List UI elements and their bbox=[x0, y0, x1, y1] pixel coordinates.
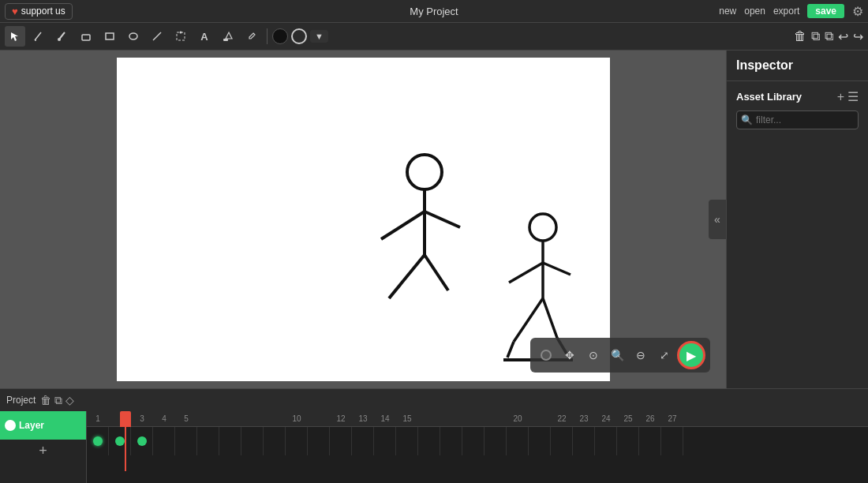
undo-button[interactable]: ↩ bbox=[838, 29, 848, 44]
eraser-tool-button[interactable] bbox=[76, 26, 96, 47]
frame-number-20: 20 bbox=[507, 414, 529, 423]
redo-button[interactable]: ↪ bbox=[853, 29, 863, 44]
frame-cell-18[interactable] bbox=[462, 427, 485, 455]
brush-tool-button[interactable] bbox=[52, 26, 73, 47]
add-asset-button[interactable]: + bbox=[837, 89, 844, 104]
pencil-tool-button[interactable] bbox=[28, 26, 49, 47]
copy-frame-button[interactable]: ⧉ bbox=[54, 394, 62, 407]
asset-filter-input[interactable] bbox=[736, 110, 859, 129]
timeline-top: Project 🗑 ⧉ ◇ bbox=[0, 389, 868, 411]
frame-cell-20[interactable] bbox=[507, 427, 529, 455]
frame-cell-2[interactable] bbox=[109, 427, 131, 455]
frame-number-26: 26 bbox=[639, 414, 661, 423]
frame-cell-16[interactable] bbox=[418, 427, 440, 455]
keyframe-dot-2 bbox=[115, 436, 125, 446]
delete-action-button[interactable]: 🗑 bbox=[794, 29, 806, 43]
color-fill-indicator[interactable] bbox=[272, 28, 288, 44]
frame-cell-7[interactable] bbox=[219, 427, 241, 455]
frame-cell-12[interactable] bbox=[330, 427, 352, 455]
save-button[interactable]: save bbox=[807, 4, 844, 18]
svg-line-14 bbox=[389, 255, 425, 298]
layer-row[interactable]: Layer bbox=[0, 411, 86, 440]
playhead-marker bbox=[120, 411, 131, 427]
svg-line-13 bbox=[425, 212, 460, 227]
frame-cell-14[interactable] bbox=[374, 427, 396, 455]
zoom-out-button[interactable]: ⊖ bbox=[630, 344, 652, 366]
keyframe-dot-3 bbox=[137, 436, 147, 446]
frame-cell-26[interactable] bbox=[639, 427, 661, 455]
layer-name: Layer bbox=[19, 420, 81, 431]
svg-line-0 bbox=[35, 32, 41, 40]
line-tool-button[interactable] bbox=[147, 26, 167, 47]
frame-cell-27[interactable] bbox=[661, 427, 683, 455]
layer-visibility-toggle[interactable] bbox=[5, 420, 16, 431]
duplicate-action-button[interactable]: ⧉ bbox=[811, 29, 820, 43]
asset-library-actions: + ☰ bbox=[837, 89, 859, 104]
move-canvas-button[interactable]: ✥ bbox=[559, 344, 581, 366]
settings-button[interactable]: ⚙ bbox=[852, 4, 863, 19]
fit-view-button[interactable]: ⤢ bbox=[653, 344, 675, 366]
copy-action-button[interactable]: ⧉ bbox=[825, 29, 833, 43]
canvas-svg bbox=[117, 58, 610, 381]
select-tool-button[interactable] bbox=[5, 26, 25, 47]
stroke-width-dropdown[interactable]: ▼ bbox=[315, 32, 324, 41]
frame-cell-19[interactable] bbox=[485, 427, 507, 455]
frame-number-23: 23 bbox=[573, 414, 595, 423]
frame-cell-6[interactable] bbox=[197, 427, 219, 455]
asset-menu-button[interactable]: ☰ bbox=[847, 89, 859, 104]
eyedropper-tool-button[interactable] bbox=[241, 26, 262, 47]
frames-row bbox=[87, 427, 868, 455]
frame-cell-3[interactable] bbox=[131, 427, 153, 455]
asset-library-header: Asset Library + ☰ bbox=[736, 89, 859, 104]
transform-tool-button[interactable] bbox=[170, 26, 191, 47]
frame-cell-8[interactable] bbox=[241, 427, 264, 455]
support-us-button[interactable]: ♥ support us bbox=[5, 3, 73, 20]
frame-cell-1[interactable] bbox=[87, 427, 109, 455]
frame-number-27: 27 bbox=[661, 414, 683, 423]
open-button[interactable]: open bbox=[744, 6, 765, 17]
frame-cell-15[interactable] bbox=[396, 427, 418, 455]
svg-line-19 bbox=[543, 263, 571, 275]
frame-cell-5[interactable] bbox=[175, 427, 197, 455]
layer-toggle-button[interactable] bbox=[535, 344, 557, 366]
svg-point-5 bbox=[129, 33, 137, 39]
export-button[interactable]: export bbox=[773, 6, 799, 17]
text-tool-button[interactable]: A bbox=[194, 26, 215, 47]
frame-cell-22[interactable] bbox=[551, 427, 573, 455]
frame-cell-9[interactable] bbox=[264, 427, 286, 455]
color-stroke-indicator[interactable] bbox=[291, 28, 307, 44]
keyframe-button[interactable]: ◇ bbox=[65, 394, 74, 406]
playhead bbox=[125, 427, 126, 471]
zoom-button[interactable]: 🔍 bbox=[606, 344, 628, 366]
frame-cell-21[interactable] bbox=[529, 427, 551, 455]
fill-tool-button[interactable] bbox=[218, 26, 238, 47]
frame-cell-24[interactable] bbox=[595, 427, 617, 455]
frame-cell-23[interactable] bbox=[573, 427, 595, 455]
frame-number-5: 5 bbox=[175, 414, 197, 423]
frame-cell-13[interactable] bbox=[352, 427, 374, 455]
rect-tool-button[interactable] bbox=[99, 26, 120, 47]
new-button[interactable]: new bbox=[719, 6, 736, 17]
svg-point-2 bbox=[58, 38, 61, 41]
inspector-panel: Inspector Asset Library + ☰ 🔍 bbox=[726, 51, 868, 388]
svg-point-16 bbox=[529, 214, 556, 241]
filter-search-icon: 🔍 bbox=[741, 114, 753, 125]
play-button[interactable]: ▶ bbox=[677, 341, 705, 369]
add-layer-button[interactable]: + bbox=[0, 440, 86, 462]
frame-cell-11[interactable] bbox=[308, 427, 330, 455]
frame-cell-10[interactable] bbox=[286, 427, 308, 455]
frame-cell-17[interactable] bbox=[440, 427, 462, 455]
collapse-panel-button[interactable]: « bbox=[709, 200, 726, 239]
frame-cell-4[interactable] bbox=[153, 427, 175, 455]
drawing-canvas[interactable] bbox=[117, 58, 610, 381]
delete-frame-button[interactable]: 🗑 bbox=[40, 394, 51, 406]
canvas-container[interactable]: « ✥ ⊙ 🔍 ⊖ ⤢ ▶ bbox=[0, 51, 726, 388]
svg-point-8 bbox=[180, 32, 182, 34]
frame-cell-25[interactable] bbox=[617, 427, 639, 455]
ellipse-tool-button[interactable] bbox=[123, 26, 144, 47]
timeline-track[interactable]: 1345101213141520222324252627 bbox=[87, 411, 868, 483]
svg-line-6 bbox=[153, 32, 161, 40]
svg-line-22 bbox=[507, 342, 514, 358]
reset-view-button[interactable]: ⊙ bbox=[582, 344, 604, 366]
asset-library-title: Asset Library bbox=[736, 91, 802, 103]
